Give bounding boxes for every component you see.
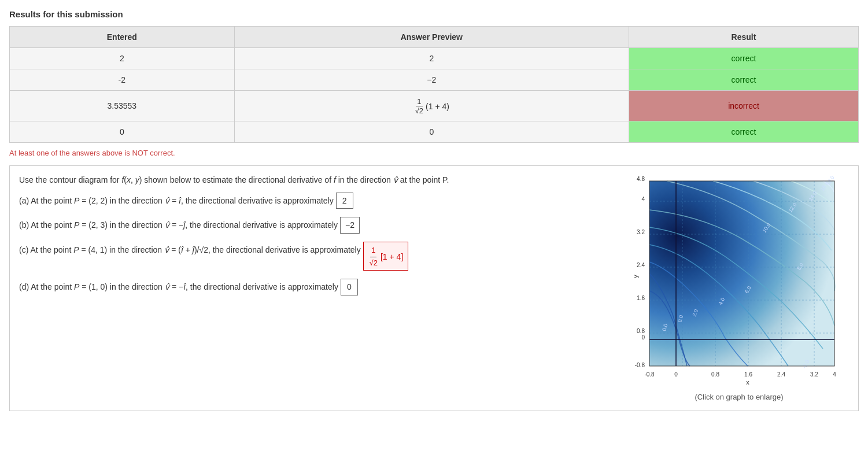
answer-box-c: 1√2 [1 + 4] [363, 242, 409, 271]
svg-text:2.4: 2.4 [777, 371, 785, 378]
svg-text:-0.8: -0.8 [635, 362, 645, 368]
page-title: Results for this submission [9, 9, 859, 19]
results-table: Entered Answer Preview Result 2 2 correc… [9, 26, 859, 143]
table-row: 0 0 correct [10, 121, 859, 143]
preview-3: 1√2 (1 + 4) [234, 91, 629, 121]
warning-text: At least one of the answers above is NOT… [9, 149, 859, 157]
result-2: correct [629, 69, 859, 91]
svg-text:3.2: 3.2 [637, 229, 645, 235]
result-3: incorrect [629, 91, 859, 121]
preview-4: 0 [234, 121, 629, 143]
svg-text:0.8: 0.8 [637, 328, 645, 334]
part-a: (a) At the point P = (2, 2) in the direc… [19, 193, 618, 209]
svg-text:3.2: 3.2 [810, 371, 818, 378]
answer-box-a: 2 [336, 193, 353, 209]
part-a-label: (a) At the point P = (2, 2) in the direc… [19, 196, 336, 205]
entered-3: 3.53553 [10, 91, 235, 121]
col-entered: Entered [10, 27, 235, 48]
svg-text:0.8: 0.8 [711, 371, 719, 378]
svg-text:-0.8: -0.8 [644, 371, 655, 378]
col-preview: Answer Preview [234, 27, 629, 48]
part-d-label: (d) At the point P = (1, 0) in the direc… [19, 282, 341, 291]
result-1: correct [629, 48, 859, 69]
col-result: Result [629, 27, 859, 48]
preview-2: −2 [234, 69, 629, 91]
question-content: Use the contour diagram for f(x, y) show… [19, 175, 618, 401]
graph-caption[interactable]: (Click on graph to enlarge) [629, 393, 849, 401]
part-c-label: (c) At the point P = (4, 1) in the direc… [19, 245, 363, 254]
answer-box-b: −2 [340, 217, 360, 233]
svg-text:0: 0 [641, 334, 645, 341]
svg-text:4: 4 [641, 196, 645, 202]
table-row: -2 −2 correct [10, 69, 859, 91]
result-4: correct [629, 121, 859, 143]
svg-text:4.8: 4.8 [637, 176, 645, 182]
graph-area[interactable]: 0.0 0.0 2.0 4.0 6.0 8.0 10.0 12.0 14.0 1… [629, 175, 849, 401]
part-b: (b) At the point P = (2, 3) in the direc… [19, 217, 618, 233]
svg-text:x: x [746, 379, 749, 386]
contour-graph[interactable]: 0.0 0.0 2.0 4.0 6.0 8.0 10.0 12.0 14.0 1… [632, 175, 846, 389]
part-b-label: (b) At the point P = (2, 3) in the direc… [19, 220, 340, 230]
entered-2: -2 [10, 69, 235, 91]
table-row: 2 2 correct [10, 48, 859, 69]
answer-box-d: 0 [341, 279, 358, 295]
svg-text:2.4: 2.4 [637, 262, 645, 268]
table-row: 3.53553 1√2 (1 + 4) incorrect [10, 91, 859, 121]
svg-text:4: 4 [833, 371, 836, 378]
svg-text:1.6: 1.6 [637, 295, 645, 301]
question-intro: Use the contour diagram for f(x, y) show… [19, 175, 618, 184]
preview-1: 2 [234, 48, 629, 69]
entered-4: 0 [10, 121, 235, 143]
part-c: (c) At the point P = (4, 1) in the direc… [19, 242, 618, 271]
svg-text:0: 0 [674, 371, 678, 378]
question-box: Use the contour diagram for f(x, y) show… [9, 165, 859, 411]
svg-text:1.6: 1.6 [744, 371, 752, 378]
part-d: (d) At the point P = (1, 0) in the direc… [19, 279, 618, 295]
svg-text:y: y [632, 275, 639, 278]
entered-1: 2 [10, 48, 235, 69]
